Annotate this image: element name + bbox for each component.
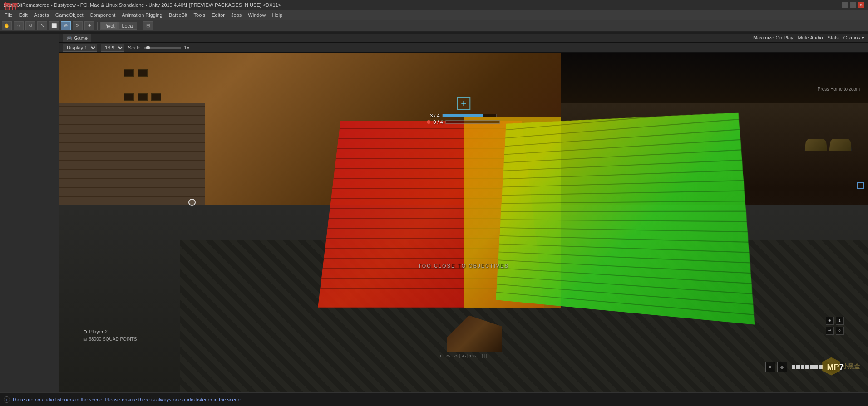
menu-battlebit[interactable]: BattleBit (166, 11, 190, 19)
scale-value: 1x (184, 45, 190, 50)
scale-slider[interactable] (144, 47, 181, 49)
player-info: ⊙ Player 2 ⊞ 68000 SQUAD POINTS (83, 329, 137, 342)
game-icon: 🎮 (66, 35, 73, 41)
squad-points-row: ⊞ 68000 SQUAD POINTS (83, 337, 137, 342)
window-cell (138, 93, 148, 101)
status-info-icon: i (4, 396, 10, 403)
resize-handle[interactable] (857, 182, 864, 189)
objective-green-zone (496, 100, 755, 325)
ammo-dot (801, 367, 804, 369)
pivot-local-group: Pivot Local (100, 22, 137, 30)
toolbar-separator-1 (97, 22, 98, 30)
scale-tool-button[interactable]: ⤡ (37, 21, 47, 30)
notif-row-1: ⊕ 1 (826, 317, 844, 325)
health-bar-container (443, 114, 497, 117)
rect-tool-button[interactable]: ⬜ (49, 21, 59, 30)
ammo-dot (814, 367, 818, 369)
stats-button[interactable]: Stats (828, 35, 839, 41)
transform-tool-button[interactable]: ⊕ (61, 21, 71, 30)
maximize-on-play-button[interactable]: Maximize On Play (753, 35, 794, 41)
menu-help[interactable]: Help (269, 11, 285, 19)
press-home-hint: Press Home to zoom (818, 87, 860, 92)
game-viewport[interactable]: 3 / 4 0 / 4 TOO CLOSE TO OBJECTIVES Pres… (59, 53, 868, 392)
vehicles-container (804, 137, 852, 151)
window-title: BattleBitRemastered - Dustydew - PC, Mac… (4, 2, 281, 8)
move-tool-button[interactable]: ↔ (14, 21, 24, 30)
menu-assets[interactable]: Assets (31, 11, 52, 19)
menu-editor[interactable]: Editor (209, 11, 227, 19)
window-cell (138, 69, 148, 77)
title-bar: BattleBitRemastered - Dustydew - PC, Mac… (0, 0, 868, 10)
weapon-icons: ≡ ◎ (765, 362, 787, 372)
window-cell (124, 69, 134, 77)
menu-jobs[interactable]: Jobs (228, 11, 244, 19)
hand-tool-button[interactable]: ✋ (2, 21, 12, 30)
game-scene: 3 / 4 0 / 4 TOO CLOSE TO OBJECTIVES Pres… (59, 53, 868, 392)
chinese-app-label: 暂停 (4, 2, 18, 11)
watermark-logo (822, 357, 840, 376)
game-view-header: 🎮 Game Maximize On Play Mute Audio Stats… (59, 34, 868, 43)
custom-tool-button2[interactable]: ✦ (84, 21, 94, 30)
hud-notif: ⊕ 1 ↩ 6 (826, 317, 844, 335)
enemy-label: 0 / 4 (433, 119, 443, 125)
player-icon: ⊙ (83, 329, 87, 335)
custom-tool-button[interactable]: ✲ (73, 21, 83, 30)
health-bar-fill (443, 114, 483, 117)
menu-file[interactable]: File (2, 11, 15, 19)
hud-crosshair (457, 97, 470, 110)
ammo-dot (801, 365, 804, 367)
scale-slider-dot (146, 46, 150, 49)
menu-bar: File Edit Assets GameObject Component An… (0, 10, 868, 20)
compass-bar: | 25 | 75 | 95 | 105 | | | | | (444, 354, 487, 358)
notif-icon-3: ↩ (826, 327, 834, 335)
ammo-indicator (792, 365, 823, 369)
display-select[interactable]: Display 1 (63, 44, 97, 52)
hud-warning-text: TOO CLOSE TO OBJECTIVES (418, 263, 508, 269)
window-controls: — □ ✕ (842, 2, 864, 8)
maximize-button[interactable]: □ (850, 2, 856, 8)
menu-tools[interactable]: Tools (191, 11, 208, 19)
scale-label: Scale (128, 45, 141, 50)
compass-tick: E (440, 354, 443, 358)
aspect-select[interactable]: 16:9 (101, 44, 124, 52)
weapon-icon-2: ◎ (777, 362, 787, 372)
player-health-row: 3 / 4 (430, 113, 497, 118)
compass-hud: E | 25 | 75 | 95 | 105 | | | | | (440, 354, 487, 358)
mute-audio-button[interactable]: Mute Audio (798, 35, 823, 41)
menu-animation-rigging[interactable]: Animation Rigging (119, 11, 165, 19)
enemy-bar-container (446, 120, 500, 124)
pivot-button[interactable]: Pivot (100, 22, 118, 30)
window-cell (124, 93, 134, 101)
player-name-label: Player 2 (89, 329, 107, 334)
game-tab[interactable]: 🎮 Game (63, 34, 91, 42)
watermark: 小黑盒 (822, 357, 860, 376)
gizmos-button[interactable]: Gizmos ▾ (843, 35, 864, 41)
rotate-tool-button[interactable]: ↻ (25, 21, 35, 30)
ammo-dot (796, 367, 800, 369)
local-button[interactable]: Local (118, 22, 137, 30)
crosshair-horizontal (461, 103, 466, 104)
notif-row-2: ↩ 6 (826, 327, 844, 335)
window-cell (151, 93, 161, 101)
left-panel (0, 34, 59, 392)
game-options: Maximize On Play Mute Audio Stats Gizmos… (753, 35, 864, 41)
enemy-health-row: 0 / 4 (427, 119, 500, 125)
window-row-2 (124, 93, 161, 101)
vehicle-2 (829, 137, 852, 151)
minimize-button[interactable]: — (842, 2, 848, 8)
menu-component[interactable]: Component (87, 11, 118, 19)
player-name-row: ⊙ Player 2 (83, 329, 137, 335)
menu-gameobject[interactable]: GameObject (53, 11, 86, 19)
ammo-dot (805, 367, 809, 369)
close-button[interactable]: ✕ (858, 2, 864, 8)
ammo-dot (792, 367, 795, 369)
ammo-row-2 (792, 367, 823, 369)
hud-bars: 3 / 4 0 / 4 (427, 97, 500, 125)
status-message: There are no audio listeners in the scen… (12, 397, 241, 402)
health-label: 3 / 4 (430, 113, 439, 118)
ammo-dot (810, 365, 814, 367)
grid-button[interactable]: ⊞ (143, 21, 153, 30)
notif-icon-4: 6 (836, 327, 844, 335)
menu-edit[interactable]: Edit (16, 11, 30, 19)
menu-window[interactable]: Window (245, 11, 268, 19)
